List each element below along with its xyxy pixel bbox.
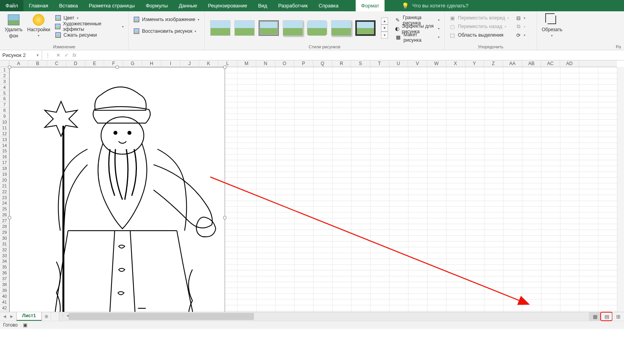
col-header-AB[interactable]: AB [522, 60, 541, 67]
row-header-3[interactable]: 3 [0, 79, 9, 85]
col-header-S[interactable]: S [351, 60, 370, 67]
resize-handle-n[interactable] [115, 65, 119, 69]
crop-button[interactable]: Обрезать [539, 12, 565, 40]
sheet-tab-1[interactable]: Лист1 [16, 312, 42, 321]
col-header-P[interactable]: P [294, 60, 313, 67]
row-header-8[interactable]: 8 [0, 108, 9, 113]
col-header-B[interactable]: B [28, 60, 48, 67]
change-picture-button[interactable]: Изменить изображение [131, 15, 202, 24]
name-box-dropdown-icon[interactable]: ▼ [36, 53, 39, 57]
row-header-10[interactable]: 10 [0, 119, 9, 125]
row-header-9[interactable]: 9 [0, 113, 9, 119]
row-header-41[interactable]: 41 [0, 299, 9, 305]
hscroll-thumb[interactable] [69, 313, 254, 320]
row-header-19[interactable]: 19 [0, 171, 9, 177]
col-header-O[interactable]: O [275, 60, 294, 67]
picture-style-3[interactable] [259, 20, 279, 36]
name-box[interactable]: Рисунок 2 ▼ [0, 50, 42, 60]
picture-style-2[interactable] [234, 20, 255, 36]
selection-pane-button[interactable]: ⬚Область выделения [447, 31, 511, 39]
picture-style-6[interactable] [331, 20, 351, 36]
tab-formulas[interactable]: Формулы [140, 0, 174, 11]
align-button[interactable]: ⊟ [513, 14, 528, 22]
row-header-17[interactable]: 17 [0, 160, 9, 166]
col-header-W[interactable]: W [427, 60, 446, 67]
row-header-38[interactable]: 38 [0, 282, 9, 288]
add-sheet-button[interactable]: ⊕ [42, 312, 51, 321]
tell-me-search[interactable]: 💡 Что вы хотите сделать? [396, 0, 468, 11]
row-header-4[interactable]: 4 [0, 85, 9, 90]
picture-style-1[interactable] [210, 20, 230, 36]
row-header-7[interactable]: 7 [0, 102, 9, 108]
row-header-25[interactable]: 25 [0, 206, 9, 212]
row-header-6[interactable]: 6 [0, 96, 9, 102]
row-header-22[interactable]: 22 [0, 189, 9, 195]
macro-record-icon[interactable]: ▣ [23, 322, 27, 328]
col-header-R[interactable]: R [332, 60, 351, 67]
picture-layout-button[interactable]: ▦Макет рисунка [393, 33, 442, 42]
resize-handle-nw[interactable] [8, 65, 11, 69]
row-header-28[interactable]: 28 [0, 224, 9, 230]
tab-help[interactable]: Справка [313, 0, 344, 11]
view-page-break-button[interactable]: ⊞ [612, 312, 624, 321]
row-header-42[interactable]: 42 [0, 305, 9, 311]
resize-handle-ne[interactable] [223, 65, 227, 69]
col-header-K[interactable]: K [199, 60, 218, 67]
col-header-U[interactable]: U [389, 60, 408, 67]
col-header-AD[interactable]: AD [560, 60, 579, 67]
col-header-J[interactable]: J [180, 60, 199, 67]
row-header-21[interactable]: 21 [0, 183, 9, 189]
row-headers[interactable]: 1234567891011121314151617181920212223242… [0, 67, 9, 312]
tab-file[interactable]: Файл [0, 0, 23, 11]
view-normal-button[interactable]: ▦ [589, 312, 601, 321]
col-header-Q[interactable]: Q [313, 60, 332, 67]
col-header-T[interactable]: T [370, 60, 389, 67]
picture-style-7[interactable] [355, 20, 376, 36]
cancel-icon[interactable]: ✕ [56, 52, 60, 58]
rotate-button[interactable]: ⟳ [513, 31, 528, 39]
row-header-13[interactable]: 13 [0, 137, 9, 143]
row-header-34[interactable]: 34 [0, 258, 9, 264]
corrections-button[interactable]: Настройки [25, 12, 53, 40]
tab-insert[interactable]: Вставка [53, 0, 83, 11]
tab-data[interactable]: Данные [173, 0, 202, 11]
col-header-D[interactable]: D [66, 60, 85, 67]
vertical-scrollbar[interactable] [617, 67, 624, 312]
row-header-33[interactable]: 33 [0, 253, 9, 259]
row-header-23[interactable]: 23 [0, 195, 9, 201]
col-header-L[interactable]: L [218, 60, 238, 67]
row-header-5[interactable]: 5 [0, 90, 9, 96]
col-header-Z[interactable]: Z [484, 60, 503, 67]
row-header-30[interactable]: 30 [0, 235, 9, 241]
tab-home[interactable]: Главная [23, 0, 53, 11]
col-header-H[interactable]: H [142, 60, 161, 67]
tab-developer[interactable]: Разработчик [273, 0, 313, 11]
picture-style-4[interactable] [283, 20, 303, 36]
confirm-icon[interactable]: ✓ [64, 52, 69, 58]
resize-handle-e[interactable] [223, 216, 227, 219]
inserted-picture[interactable] [9, 67, 225, 312]
row-header-24[interactable]: 24 [0, 200, 9, 206]
col-header-X[interactable]: X [446, 60, 465, 67]
row-header-14[interactable]: 14 [0, 143, 9, 148]
tab-view[interactable]: Вид [253, 0, 273, 11]
col-header-F[interactable]: F [104, 60, 123, 67]
reset-picture-button[interactable]: Восстановить рисунок [131, 27, 202, 35]
row-header-32[interactable]: 32 [0, 247, 9, 253]
row-header-39[interactable]: 39 [0, 288, 9, 293]
row-header-20[interactable]: 20 [0, 177, 9, 183]
row-header-35[interactable]: 35 [0, 264, 9, 270]
row-header-27[interactable]: 27 [0, 218, 9, 224]
col-header-M[interactable]: M [237, 60, 256, 67]
row-header-11[interactable]: 11 [0, 125, 9, 131]
row-header-29[interactable]: 29 [0, 230, 9, 235]
column-headers[interactable]: ABCDEFGHIJKLMNOPQRSTUVWXYZAAABACAD [9, 60, 617, 67]
picture-style-5[interactable] [307, 20, 327, 36]
col-header-AA[interactable]: AA [503, 60, 522, 67]
tab-review[interactable]: Рецензирование [202, 0, 252, 11]
row-header-16[interactable]: 16 [0, 154, 9, 160]
gallery-down-icon[interactable]: ▼ [381, 25, 388, 32]
view-page-layout-button[interactable]: ▤ [601, 312, 612, 321]
gallery-more-icon[interactable]: ▾ [381, 32, 388, 39]
col-header-I[interactable]: I [161, 60, 181, 67]
